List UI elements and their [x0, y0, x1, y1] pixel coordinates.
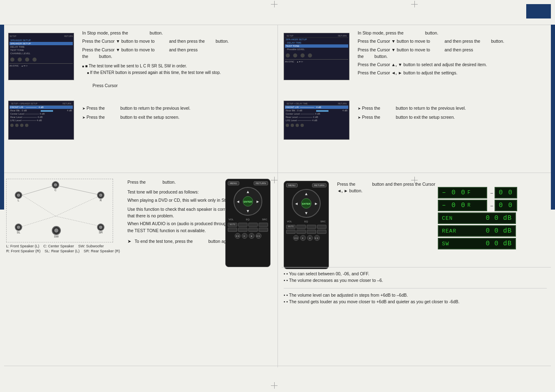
led-rl-value: – 0 0R: [438, 200, 487, 211]
btn2-g5[interactable]: [286, 230, 296, 234]
screen2-row2: Rear Blk : 0 dB4 dB: [9, 109, 73, 112]
label-fl: L: Front Speaker (L): [6, 244, 39, 248]
arrow-item2: Press the button to exit the setup scree…: [82, 114, 263, 121]
label-sl: SL: Rear Speaker (L): [45, 249, 80, 253]
btn2-g1[interactable]: MUTE: [286, 225, 296, 229]
ch-note2: • The volume decreases as you move close…: [284, 277, 547, 284]
section4-text: Press the button and then press the Curs…: [337, 181, 440, 194]
btn-menu[interactable]: MENU: [228, 181, 239, 185]
btn2-g4[interactable]: [317, 225, 326, 229]
speaker-label-row2: R: Front Speaker (R) SL: Rear Speaker (L…: [6, 249, 121, 253]
ch-note4: • The sound gets louder as you move clos…: [284, 298, 547, 305]
screen2-row1: FRONT L/R ────── 4 dB: [9, 106, 73, 109]
led-row-front-l: – 0 0F – 0 0: [438, 187, 545, 198]
led-row-sw: SW 0 0 dB: [438, 238, 545, 249]
svg-line-4: [22, 216, 56, 226]
s3-arrow1: Press the button to return to the previo…: [358, 105, 539, 112]
btn-g3[interactable]: [259, 223, 268, 227]
screen2: SETUP > SPEAKER SETUP RETURN FRONT L/R ─…: [8, 101, 74, 140]
btn-round4[interactable]: ►►: [256, 233, 261, 239]
screen2-row5: LFE Level ──────── 4 dB: [9, 119, 73, 122]
s1-line4: the button.: [82, 53, 263, 60]
btn-left[interactable]: ◄: [236, 199, 240, 204]
led-row-cen: CEN 0 0 dB: [438, 212, 545, 224]
btn-right[interactable]: ►: [256, 199, 260, 204]
btn2-eq: EQ: [304, 220, 308, 223]
speaker-label-row1: L: Front Speaker (L) C: Center Speaker S…: [6, 244, 121, 248]
btn2-enter[interactable]: ENTER: [301, 198, 312, 209]
remote2-mid: VOL EQ SRC: [286, 219, 326, 224]
s3-line5: Press the Cursor ▲, ▼ button to select a…: [358, 61, 547, 68]
btn2-return[interactable]: RETURN: [312, 183, 326, 187]
btn2-ff[interactable]: ►►: [314, 235, 320, 241]
btn-mute[interactable]: MUTE: [228, 223, 237, 227]
crosshair-top: [271, 1, 278, 7]
btn2-g3[interactable]: [307, 225, 316, 229]
btn-src-label: SRC: [262, 218, 267, 221]
led-fl-value: – 0 0F: [438, 187, 487, 198]
btn-g6[interactable]: [248, 228, 258, 232]
s3-arrow2: Press the button to exit the setup scree…: [358, 114, 539, 121]
s4-intro: Press the button and then press the Curs…: [337, 181, 440, 194]
dpad2-circle: ▲ ▼ ◄ ► ENTER: [292, 189, 321, 218]
btn-round3[interactable]: ■: [249, 233, 254, 239]
btn-g1[interactable]: [238, 223, 247, 227]
btn-down[interactable]: ▼: [246, 209, 250, 213]
screen1-container: SETUP RETURN SPEAKER SETUP SPEAKER SETUP…: [8, 33, 76, 82]
label-sr: SR: Rear Speaker (R): [84, 249, 120, 253]
s1-line3: Press the Cursor ▼ button to move to and…: [82, 46, 263, 53]
s1-notes: ■ The test tone will be sent to L C R SR…: [82, 63, 263, 76]
label-fr: R: Front Speaker (R): [6, 249, 41, 253]
remote2-container: MENU RETURN ▲ ▼ ◄ ► ENTER VOL EQ SRC MUT…: [284, 181, 331, 271]
btn-enter[interactable]: ENTER: [243, 196, 253, 207]
s3-line1: In Stop mode, press the button.: [358, 30, 547, 36]
btn-round1[interactable]: ◄◄: [235, 233, 240, 239]
btn2-play[interactable]: ►: [300, 235, 306, 241]
s1-line1: In Stop mode, press the button.: [82, 30, 263, 36]
btn-return[interactable]: RETURN: [254, 181, 268, 185]
btn2-left[interactable]: ◄: [294, 201, 298, 206]
svg-line-0: [22, 185, 56, 195]
left-bar: [0, 25, 4, 210]
btn-round2[interactable]: ►: [242, 233, 247, 239]
screen1-row2-highlight: SPEAKER SETUP: [9, 42, 73, 45]
btn2-down[interactable]: ▼: [304, 211, 308, 215]
btn2-menu[interactable]: MENU: [286, 183, 298, 187]
btn-g2[interactable]: [248, 223, 258, 227]
ch-note1: • You can select between 00, -06, and OF…: [284, 270, 547, 277]
led-cen-value: CEN 0 0 dB: [438, 212, 516, 224]
btn-g5[interactable]: [238, 228, 247, 232]
btn-g7[interactable]: [259, 228, 268, 232]
svg-line-2: [22, 195, 56, 216]
channel-note-list-2: • The volume level can be adjusted in st…: [284, 292, 547, 305]
btn-g4[interactable]: [228, 228, 237, 232]
btn2-g7[interactable]: [307, 230, 316, 234]
btn2-g8[interactable]: [317, 230, 326, 234]
s3-line4: the button.: [358, 53, 547, 60]
remote-button-grid: MUTE: [228, 223, 268, 232]
btn2-rr[interactable]: ◄◄: [293, 235, 299, 241]
btn-up[interactable]: ▲: [246, 189, 250, 194]
channel-notes-extra: • The volume level can be adjusted in st…: [284, 288, 547, 305]
dpad: ▲ ▼ ◄ ► ENTER: [234, 187, 262, 216]
arrow-item1: Press the button to return to the previo…: [82, 105, 263, 112]
speaker-box: L C R SL: [6, 179, 113, 242]
btn2-right[interactable]: ►: [314, 201, 318, 206]
remote2-bottom: ◄◄ ► ■ ►►: [286, 235, 326, 241]
section1-text: In Stop mode, press the button. Press th…: [82, 30, 263, 76]
section3-arrows: Press the button to return to the previo…: [358, 105, 539, 121]
led-dash-2: –: [490, 203, 493, 208]
screen1-row4: TEST TONE: [9, 48, 73, 52]
remote2-top: MENU RETURN: [286, 183, 326, 187]
btn2-g6[interactable]: [296, 230, 306, 234]
btn2-stop[interactable]: ■: [307, 235, 313, 241]
led-rr-value: 0 0: [495, 200, 517, 211]
connection-lines: [7, 179, 113, 242]
screen3-container: SETUPRETURN SPA-AKER SETUP · DELAY TIME …: [284, 33, 352, 82]
btn-eq-label: EQ: [246, 218, 250, 221]
remote-control-2: MENU RETURN ▲ ▼ ◄ ► ENTER VOL EQ SRC MUT…: [284, 181, 329, 269]
screen2-row3: Center Level ──────── 4 dB: [9, 112, 73, 115]
btn2-up[interactable]: ▲: [304, 191, 308, 196]
screen1-row1: SPEAKER SETUP: [9, 39, 73, 42]
btn2-g2[interactable]: [296, 225, 306, 229]
